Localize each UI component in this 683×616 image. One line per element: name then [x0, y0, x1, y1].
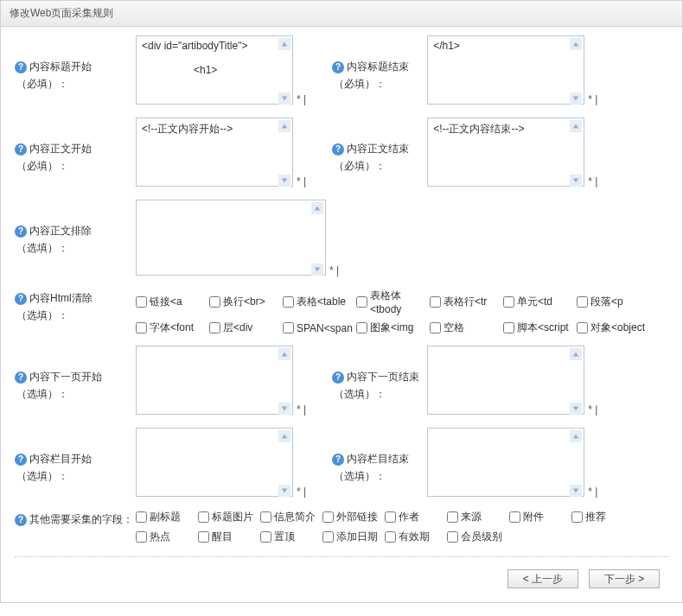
arrow-down-icon[interactable] [570, 92, 582, 105]
checkbox[interactable] [577, 296, 588, 308]
help-icon[interactable]: ? [15, 225, 27, 238]
arrow-up-icon[interactable] [570, 120, 582, 132]
other-field-option[interactable]: 副标题 [136, 510, 198, 524]
other-field-option[interactable]: 信息简介 [260, 510, 322, 524]
arrow-down-icon[interactable] [278, 403, 290, 415]
other-field-option[interactable]: 会员级别 [447, 530, 509, 544]
help-icon[interactable]: ? [332, 454, 344, 466]
html-clear-option[interactable]: 表格<table [283, 289, 356, 315]
html-clear-option[interactable]: 空格 [430, 321, 503, 335]
checkbox[interactable] [385, 531, 396, 543]
checkbox[interactable] [136, 322, 147, 333]
checkbox[interactable] [430, 296, 441, 308]
title-end-textarea[interactable] [427, 35, 584, 105]
next-start-textarea[interactable] [136, 346, 293, 415]
label-next-end: ? 内容下一页结束 （选填）： [332, 346, 427, 402]
checkbox[interactable] [283, 322, 294, 333]
checkbox[interactable] [356, 322, 367, 333]
html-clear-option[interactable]: 脚本<script [503, 321, 577, 335]
arrow-up-icon[interactable] [278, 348, 290, 360]
checkbox[interactable] [447, 531, 458, 543]
checkbox[interactable] [503, 322, 514, 333]
next-button[interactable]: 下一步 > [589, 569, 660, 588]
body-end-textarea[interactable] [427, 117, 584, 187]
arrow-down-icon[interactable] [570, 403, 582, 415]
other-field-option[interactable]: 热点 [136, 530, 198, 544]
checkbox[interactable] [503, 296, 514, 308]
html-clear-option[interactable]: 单元<td [503, 289, 577, 315]
checkbox[interactable] [322, 511, 334, 523]
checkbox[interactable] [198, 531, 209, 543]
html-clear-option[interactable]: 字体<font [136, 321, 209, 335]
help-icon[interactable]: ? [15, 61, 27, 73]
arrow-down-icon[interactable] [278, 175, 290, 187]
prev-button[interactable]: < 上一步 [507, 569, 578, 588]
checkbox[interactable] [209, 296, 220, 308]
checkbox[interactable] [283, 296, 294, 308]
help-icon[interactable]: ? [15, 293, 27, 305]
arrow-up-icon[interactable] [570, 38, 582, 50]
other-field-option[interactable]: 作者 [385, 510, 447, 524]
help-icon[interactable]: ? [332, 143, 344, 156]
arrow-up-icon[interactable] [570, 348, 582, 360]
html-clear-option[interactable]: 对象<object [577, 321, 650, 335]
html-clear-option[interactable]: 链接<a [136, 289, 209, 315]
other-field-option[interactable]: 标题图片 [198, 510, 260, 524]
help-icon[interactable]: ? [15, 143, 27, 156]
checkbox[interactable] [322, 531, 334, 543]
other-field-option[interactable]: 置顶 [260, 530, 322, 544]
arrow-up-icon[interactable] [278, 38, 290, 50]
help-icon[interactable]: ? [15, 454, 27, 466]
help-icon[interactable]: ? [15, 372, 27, 384]
body-start-textarea[interactable] [136, 117, 293, 187]
arrow-up-icon[interactable] [278, 120, 290, 132]
hint-text: * | [297, 486, 306, 499]
arrow-down-icon[interactable] [278, 485, 290, 497]
checkbox[interactable] [577, 322, 588, 333]
help-icon[interactable]: ? [332, 372, 344, 384]
other-field-option[interactable]: 添加日期 [322, 530, 385, 544]
checkbox[interactable] [430, 322, 441, 333]
checkbox[interactable] [509, 511, 520, 523]
checkbox[interactable] [260, 511, 271, 523]
other-field-option[interactable]: 外部链接 [322, 510, 385, 524]
help-icon[interactable]: ? [332, 61, 344, 73]
checkbox[interactable] [209, 322, 220, 333]
html-clear-option[interactable]: SPAN<span [283, 321, 356, 335]
other-field-option[interactable]: 有效期 [385, 530, 447, 544]
checkbox[interactable] [571, 511, 583, 523]
arrow-up-icon[interactable] [278, 430, 290, 442]
col-start-textarea[interactable] [136, 428, 293, 497]
help-icon[interactable]: ? [15, 514, 27, 526]
checkbox[interactable] [447, 511, 458, 523]
checkbox[interactable] [136, 531, 147, 543]
other-field-option[interactable]: 推荐 [571, 510, 634, 524]
arrow-down-icon[interactable] [311, 264, 323, 276]
hint-text: * | [297, 175, 306, 189]
title-start-textarea[interactable] [136, 35, 293, 105]
checkbox[interactable] [260, 531, 271, 543]
body-exclude-textarea[interactable] [136, 200, 326, 276]
html-clear-option[interactable]: 段落<p [577, 289, 650, 315]
checkbox-label: 链接<a [150, 295, 182, 309]
arrow-down-icon[interactable] [570, 175, 582, 187]
html-clear-option[interactable]: 表格体<tbody [356, 289, 430, 315]
other-field-option[interactable]: 醒目 [198, 530, 260, 544]
arrow-down-icon[interactable] [278, 92, 290, 105]
html-clear-option[interactable]: 换行<br> [209, 289, 283, 315]
html-clear-option[interactable]: 表格行<tr [430, 289, 503, 315]
next-end-textarea[interactable] [427, 346, 584, 415]
col-end-textarea[interactable] [427, 428, 584, 497]
arrow-up-icon[interactable] [311, 202, 323, 214]
checkbox[interactable] [136, 511, 147, 523]
other-field-option[interactable]: 附件 [509, 510, 571, 524]
arrow-up-icon[interactable] [570, 430, 582, 442]
other-field-option[interactable]: 来源 [447, 510, 509, 524]
checkbox[interactable] [356, 296, 367, 308]
arrow-down-icon[interactable] [570, 485, 582, 497]
checkbox[interactable] [198, 511, 209, 523]
html-clear-option[interactable]: 层<div [209, 321, 283, 335]
checkbox[interactable] [136, 296, 147, 308]
checkbox[interactable] [385, 511, 396, 523]
html-clear-option[interactable]: 图象<img [356, 321, 430, 335]
